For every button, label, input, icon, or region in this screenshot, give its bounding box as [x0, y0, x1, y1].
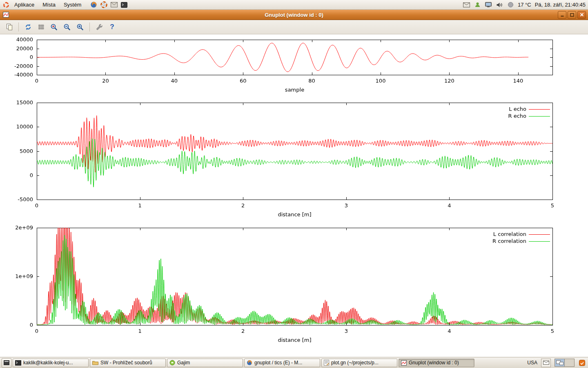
clock-label[interactable]: Pá, 18. září, 21:40:45 [535, 2, 586, 8]
task-button-label: Gnuplot (window id : 0) [409, 360, 459, 366]
text-editor-icon [324, 360, 329, 366]
task-button-label: plot.gn (~/projects/p... [331, 360, 379, 366]
temperature-label[interactable]: 17 °C [518, 2, 531, 8]
minimize-button[interactable] [558, 11, 566, 19]
task-button-gnuplot[interactable]: Gnuplot (window id : 0) [399, 359, 474, 367]
taskbar-right: USA [527, 359, 586, 367]
plot-canvas[interactable] [0, 34, 588, 357]
window-icon[interactable] [2, 11, 9, 18]
workspace-switcher [555, 359, 575, 367]
terminal-icon [15, 360, 21, 366]
task-button-label: SW - Prohlížeč souborů [100, 360, 152, 366]
task-button-label: kaklik@kaklik-kolej-u... [23, 360, 73, 366]
help-icon: ? [110, 23, 114, 31]
copy-to-clipboard-button[interactable] [4, 22, 15, 33]
menu-applications[interactable]: Aplikace [11, 1, 38, 9]
toolbar-separator [18, 22, 19, 31]
tray-mail-icon[interactable] [463, 1, 470, 9]
menu-system-label: Systém [64, 2, 81, 8]
window-title: Gnuplot (window id : 0) [0, 12, 588, 18]
menu-applications-label: Aplikace [14, 2, 34, 8]
menu-places[interactable]: Místa [39, 1, 59, 9]
tray-volume-icon[interactable] [496, 1, 503, 9]
mail-notifier[interactable] [541, 359, 551, 367]
config-button[interactable] [94, 22, 105, 33]
zoom-in-button[interactable] [75, 22, 86, 33]
workspace-1[interactable] [555, 359, 564, 366]
bottom-taskbar: kaklik@kaklik-kolej-u... SW - Prohlížeč … [0, 357, 588, 368]
menu-places-label: Místa [42, 2, 56, 8]
tray-status-icon[interactable] [474, 1, 481, 9]
close-button[interactable] [577, 11, 586, 19]
task-button-label: gnuplot / tics (E) - M... [254, 360, 302, 366]
gajim-icon [169, 360, 175, 366]
window-controls [558, 11, 586, 19]
tray-display-icon[interactable] [485, 1, 492, 9]
firefox-launcher-icon[interactable] [90, 1, 97, 9]
menu-system[interactable]: Systém [60, 1, 85, 9]
terminal-launcher-icon[interactable] [120, 1, 128, 9]
zoom-previous-button[interactable] [49, 22, 60, 33]
folder-icon [92, 360, 98, 365]
zoom-out-button[interactable] [62, 22, 73, 33]
keyboard-layout-indicator[interactable]: USA [527, 360, 537, 366]
notification-icon[interactable] [578, 359, 586, 366]
help-button[interactable]: ? [107, 22, 118, 33]
workspace-2[interactable] [564, 359, 574, 366]
gnuplot-toolbar: ? [0, 20, 588, 34]
window-titlebar[interactable]: Gnuplot (window id : 0) [0, 10, 588, 20]
task-button-file-browser[interactable]: SW - Prohlížeč souborů [90, 359, 166, 367]
task-button-label: Gajim [177, 360, 190, 366]
ubuntu-logo-icon[interactable] [2, 1, 10, 9]
panel-tray: 17 °C Pá, 18. září, 21:40:45 [463, 1, 586, 9]
replot-button[interactable] [22, 22, 33, 33]
task-button-browser[interactable]: gnuplot / tics (E) - M... [244, 359, 320, 367]
mail-icon [543, 361, 549, 365]
task-button-editor[interactable]: plot.gn (~/projects/p... [321, 359, 397, 367]
top-panel: Aplikace Místa Systém [0, 0, 588, 10]
firefox-icon [247, 360, 252, 366]
weather-icon[interactable] [507, 1, 514, 9]
task-button-gajim[interactable]: Gajim [167, 359, 243, 367]
mail-launcher-icon[interactable] [110, 1, 118, 9]
help-launcher-icon[interactable] [100, 1, 107, 9]
desktop: Aplikace Místa Systém [0, 0, 588, 368]
show-desktop-button[interactable] [2, 358, 11, 368]
gnuplot-icon [401, 360, 407, 366]
grid-button[interactable] [36, 22, 47, 33]
task-button-terminal[interactable]: kaklik@kaklik-kolej-u... [13, 359, 89, 367]
panel-launchers [90, 1, 128, 9]
maximize-button[interactable] [568, 11, 576, 19]
toolbar-separator [89, 22, 90, 31]
